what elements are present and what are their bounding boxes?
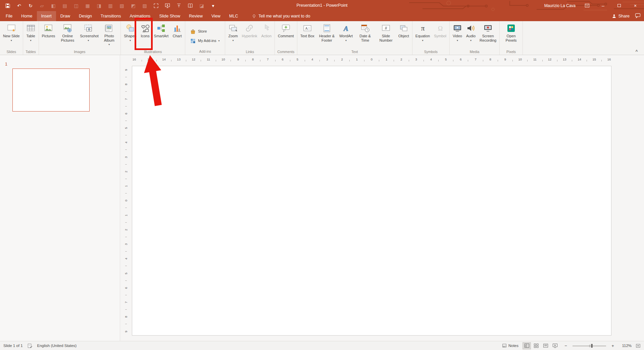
ribbon-button-icons[interactable]: Icons <box>139 22 152 49</box>
tab-file[interactable]: File <box>1 11 17 21</box>
share-screen-icon[interactable] <box>176 3 182 9</box>
maximize-icon[interactable] <box>614 2 624 10</box>
ribbon-button-wordart[interactable]: AWordArt▾ <box>337 22 355 49</box>
ribbon-button-label: Store <box>198 29 207 34</box>
svg-text:π: π <box>421 24 425 32</box>
ruler-number: 12 <box>191 57 196 61</box>
ribbon-button-equation[interactable]: πEquation▾ <box>413 22 432 49</box>
ribbon-tab-row: FileHomeInsertDrawDesignTransitionsAnima… <box>0 11 644 21</box>
addin-quick-10-icon[interactable]: ▨ <box>142 3 148 9</box>
ruler-number: 7 <box>124 97 128 101</box>
notes-button[interactable]: Notes <box>502 343 518 348</box>
ribbon-button-comment[interactable]: Comment <box>276 22 296 49</box>
fullscreen-icon[interactable] <box>153 3 159 9</box>
play-from-start-icon[interactable] <box>164 3 170 9</box>
my-add-ins-icon <box>190 38 196 44</box>
ribbon-display-options-icon[interactable] <box>582 2 592 10</box>
ribbon-button-my-add-ins[interactable]: My Add-ins▾ <box>188 37 222 45</box>
ribbon-button-text-box[interactable]: AText Box <box>298 22 316 49</box>
fit-slide-to-window-icon[interactable] <box>636 343 641 348</box>
tell-me-box[interactable]: Tell me what you want to do <box>252 11 310 21</box>
new-slide-icon <box>7 24 16 33</box>
screenshot-icon <box>84 24 93 33</box>
ruler-number: 3 <box>124 242 128 247</box>
slide-number-icon: # <box>381 24 391 33</box>
ribbon-button-online-pictures[interactable]: Online Pictures <box>57 22 78 49</box>
normal-view-icon[interactable] <box>523 342 531 349</box>
ruler-tick <box>290 60 290 61</box>
pictures-icon <box>44 24 53 33</box>
zoom-slider-handle[interactable] <box>591 344 593 348</box>
ribbon-button-date-time[interactable]: Date & Time <box>355 22 376 49</box>
zoom-in-icon[interactable]: + <box>610 343 615 348</box>
save-icon[interactable] <box>5 3 11 9</box>
notebook-icon[interactable] <box>187 3 193 9</box>
ribbon-button-object[interactable]: Object <box>396 22 411 49</box>
ribbon-button-video[interactable]: Video▾ <box>451 22 464 49</box>
ruler-tick <box>125 106 127 106</box>
addin-quick-3-icon[interactable]: ▤ <box>62 3 68 9</box>
close-icon[interactable]: × <box>631 2 640 10</box>
ruler-tick <box>364 60 364 61</box>
slide-thumbnail[interactable] <box>12 69 90 112</box>
ribbon-button-audio[interactable]: Audio▾ <box>464 22 478 49</box>
ribbon-button-pictures[interactable]: Pictures <box>40 22 57 49</box>
tab-view[interactable]: View <box>207 11 225 21</box>
ruler-tick <box>125 208 127 208</box>
tab-draw[interactable]: Draw <box>56 11 75 21</box>
collapse-ribbon-icon[interactable]: ^ <box>633 49 640 54</box>
minimize-icon[interactable]: – <box>598 2 608 10</box>
addin-quick-5-icon[interactable]: ▦ <box>85 3 91 9</box>
ribbon-button-table[interactable]: Table▾ <box>24 22 38 49</box>
tab-insert[interactable]: Insert <box>37 11 56 21</box>
lab-icon[interactable]: ◪ <box>199 3 205 9</box>
ribbon-button-screenshot[interactable]: Screenshot▾ <box>78 22 99 49</box>
ribbon-group-slides: New Slide▾Slides <box>0 21 23 55</box>
ribbon-button-slide-number[interactable]: #Slide Number <box>376 22 396 49</box>
ribbon-button-photo-album[interactable]: Photo Album▾ <box>99 22 119 49</box>
ribbon-button-store[interactable]: Store <box>188 28 209 36</box>
header-footer-icon <box>322 24 332 33</box>
zoom-out-icon[interactable]: − <box>563 343 568 348</box>
ribbon-button-chart[interactable]: Chart <box>170 22 184 49</box>
ruler-number: 1 <box>124 184 128 188</box>
addin-quick-4-icon[interactable]: ◫ <box>73 3 79 9</box>
reading-view-icon[interactable] <box>541 342 550 349</box>
zoom-level[interactable]: 112% <box>620 344 632 348</box>
addin-quick-6-icon[interactable]: ◨ <box>96 3 102 9</box>
ribbon-button-shapes[interactable]: Shapes▾ <box>122 22 138 49</box>
tab-animations[interactable]: Animations <box>126 11 155 21</box>
comments-panel-icon[interactable] <box>635 13 641 19</box>
tab-home[interactable]: Home <box>17 11 37 21</box>
addin-quick-8-icon[interactable]: ▧ <box>119 3 125 9</box>
slide-sorter-view-icon[interactable] <box>532 342 540 349</box>
ribbon-button-open-pexels[interactable]: Open Pexels <box>501 22 522 49</box>
title-bar: ↶↻▱◧▤◫▦◨▥▧◩▨◪▾ Presentation1 - PowerPoin… <box>0 0 644 11</box>
ribbon-button-label: Audio <box>466 34 476 38</box>
addin-quick-1-icon[interactable]: ▱ <box>39 3 45 9</box>
zoom-slider[interactable] <box>573 343 606 348</box>
proofing-icon[interactable] <box>28 343 33 348</box>
ribbon-button-new-slide[interactable]: New Slide▾ <box>1 22 22 49</box>
slideshow-view-icon[interactable] <box>551 342 559 349</box>
share-button[interactable]: Share <box>612 14 630 18</box>
customize-qat-icon[interactable]: ▾ <box>210 3 216 9</box>
ribbon-button-smartart[interactable]: SmartArt <box>152 22 170 49</box>
addin-quick-2-icon[interactable]: ◧ <box>50 3 56 9</box>
slide-thumbnails-panel: 1 <box>0 55 120 341</box>
language-selector[interactable]: English (United States) <box>37 344 77 348</box>
ruler-tick <box>260 60 260 61</box>
ribbon-button-zoom[interactable]: Zoom▾ <box>226 22 240 49</box>
addin-quick-7-icon[interactable]: ▥ <box>107 3 113 9</box>
tab-slide-show[interactable]: Slide Show <box>155 11 185 21</box>
tab-mlc[interactable]: MLC <box>225 11 242 21</box>
tab-transitions[interactable]: Transitions <box>96 11 126 21</box>
ribbon-button-header-footer[interactable]: Header & Footer <box>316 22 337 49</box>
ribbon-button-screen-recording[interactable]: Screen Recording <box>478 22 498 49</box>
repeat-icon[interactable]: ↻ <box>28 3 34 9</box>
tab-design[interactable]: Design <box>75 11 96 21</box>
slide-canvas[interactable] <box>132 66 611 336</box>
addin-quick-9-icon[interactable]: ◩ <box>130 3 136 9</box>
undo-icon[interactable]: ↶ <box>16 3 22 9</box>
tab-review[interactable]: Review <box>185 11 207 21</box>
